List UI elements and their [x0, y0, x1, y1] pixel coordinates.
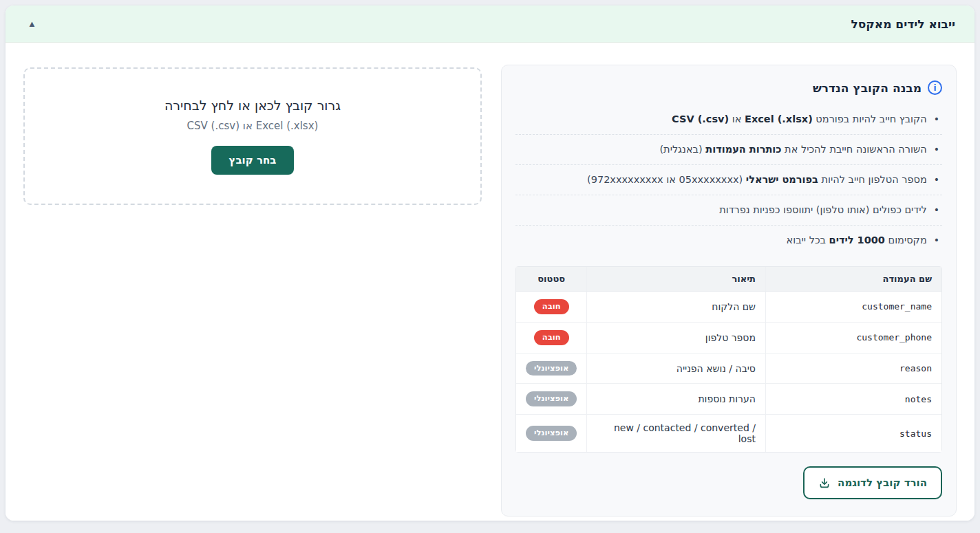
status-cell: אופציונלי [516, 384, 587, 415]
file-dropzone[interactable]: גרור קובץ לכאן או לחץ לבחירה Excel (.xls… [23, 67, 482, 205]
description-cell: מספר טלפון [587, 323, 766, 353]
column-name-cell: status [766, 415, 941, 452]
description-cell: הערות נוספות [587, 384, 766, 415]
status-badge: אופציונלי [526, 391, 577, 406]
panel-header: ייבוא לידים מאקסל ▲ [6, 6, 974, 43]
description-cell: סיבה / נושא הפנייה [587, 353, 766, 384]
bullet-dot-icon: • [934, 173, 939, 186]
requirement-text: הקובץ חייב להיות בפורמט Excel (.xlsx) או… [672, 112, 927, 127]
column-name-cell: notes [766, 384, 941, 415]
requirement-item: •השורה הראשונה חייבת להכיל את כותרות העמ… [515, 135, 942, 165]
file-structure-card: i מבנה הקובץ הנדרש •הקובץ חייב להיות בפו… [501, 65, 957, 516]
dropzone-formats-text: Excel (.xlsx) או CSV (.csv) [187, 120, 319, 132]
header-description: תיאור [587, 267, 766, 292]
download-button-label: הורד קובץ לדוגמה [838, 477, 927, 489]
table-row: customer_nameשם הלקוחחובה [516, 292, 941, 323]
bullet-dot-icon: • [934, 233, 939, 247]
page-title: ייבוא לידים מאקסל [851, 17, 955, 31]
info-icon: i [928, 80, 942, 95]
status-badge: אופציונלי [526, 361, 577, 376]
bullet-dot-icon: • [934, 142, 939, 156]
dropzone-main-text: גרור קובץ לכאן או לחץ לבחירה [164, 98, 341, 113]
card-title: מבנה הקובץ הנדרש [813, 81, 922, 95]
description-cell: new / contacted / converted / lost [587, 415, 766, 452]
download-row: הורד קובץ לדוגמה [515, 466, 942, 499]
table-row: customer_phoneמספר טלפוןחובה [516, 323, 941, 353]
column-name-cell: customer_name [766, 292, 941, 323]
import-leads-panel: ייבוא לידים מאקסל ▲ i מבנה הקובץ הנדרש •… [6, 6, 974, 521]
choose-file-button[interactable]: בחר קובץ [211, 146, 295, 175]
requirements-list: •הקובץ חייב להיות בפורמט Excel (.xlsx) א… [515, 105, 942, 255]
requirement-item: •לידים כפולים (אותו טלפון) יתווספו כפניו… [515, 195, 942, 226]
bullet-dot-icon: • [934, 203, 939, 217]
panel-body: i מבנה הקובץ הנדרש •הקובץ חייב להיות בפו… [6, 43, 974, 521]
table-row: reasonסיבה / נושא הפנייהאופציונלי [516, 353, 941, 384]
requirement-item: •הקובץ חייב להיות בפורמט Excel (.xlsx) א… [515, 105, 942, 135]
header-status: סטטוס [516, 267, 587, 292]
status-cell: אופציונלי [516, 415, 587, 452]
columns-spec-table: שם העמודה תיאור סטטוס customer_nameשם הל… [515, 266, 942, 453]
table-body: customer_nameשם הלקוחחובהcustomer_phoneמ… [516, 292, 941, 452]
card-title-row: i מבנה הקובץ הנדרש [515, 80, 942, 95]
status-badge: חובה [534, 299, 569, 314]
download-sample-button[interactable]: הורד קובץ לדוגמה [803, 466, 942, 499]
status-badge: חובה [534, 330, 569, 345]
requirement-text: מספר הטלפון חייב להיות בפורמט ישראלי (05… [587, 173, 927, 187]
requirement-text: מקסימום 1000 לידים בכל ייבוא [787, 233, 927, 248]
status-cell: אופציונלי [516, 353, 587, 384]
header-column-name: שם העמודה [766, 267, 941, 292]
requirement-item: •מספר הטלפון חייב להיות בפורמט ישראלי (0… [515, 165, 942, 195]
status-cell: חובה [516, 292, 587, 323]
description-cell: שם הלקוח [587, 292, 766, 323]
column-name-cell: reason [766, 353, 941, 384]
collapse-arrow-icon[interactable]: ▲ [25, 17, 39, 31]
table-row: statusnew / contacted / converted / lost… [516, 415, 941, 452]
requirement-text: לידים כפולים (אותו טלפון) יתווספו כפניות… [719, 203, 927, 217]
table-head: שם העמודה תיאור סטטוס [516, 267, 941, 292]
requirement-item: •מקסימום 1000 לידים בכל ייבוא [515, 226, 942, 255]
status-cell: חובה [516, 323, 587, 353]
column-name-cell: customer_phone [766, 323, 941, 353]
download-icon [818, 477, 831, 489]
requirement-text: השורה הראשונה חייבת להכיל את כותרות העמו… [659, 142, 926, 157]
bullet-dot-icon: • [934, 112, 939, 126]
table-row: notesהערות נוספותאופציונלי [516, 384, 941, 415]
status-badge: אופציונלי [526, 426, 577, 441]
